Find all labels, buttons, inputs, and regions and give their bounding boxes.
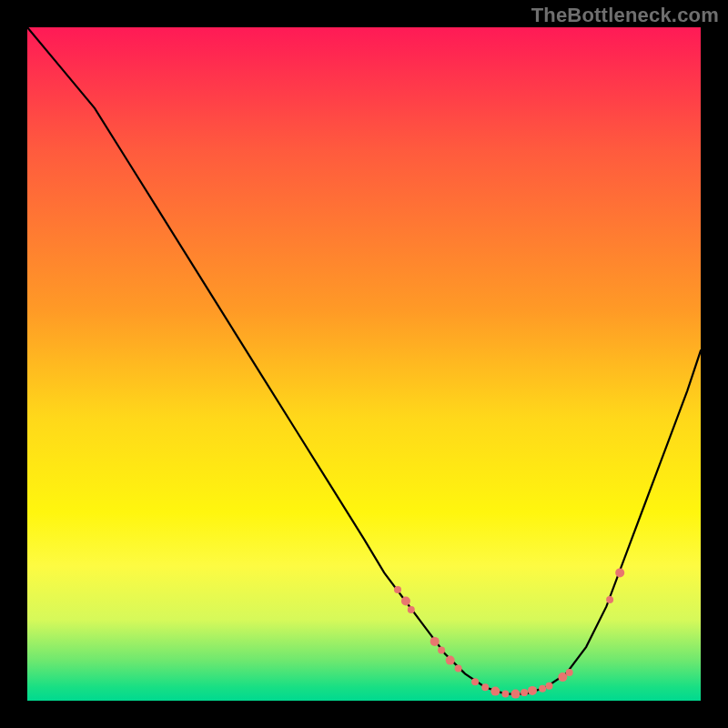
plot-area bbox=[27, 27, 701, 701]
data-marker bbox=[546, 682, 553, 690]
data-marker bbox=[394, 586, 401, 593]
data-marker bbox=[558, 672, 567, 682]
data-marker bbox=[528, 686, 537, 695]
data-marker bbox=[501, 691, 509, 698]
data-marker bbox=[471, 678, 479, 685]
data-marker bbox=[446, 656, 455, 665]
data-marker bbox=[521, 689, 528, 696]
data-marker bbox=[438, 647, 445, 654]
data-marker bbox=[455, 665, 462, 672]
bottleneck-curve bbox=[27, 27, 701, 694]
data-marker bbox=[566, 669, 573, 676]
data-marker bbox=[490, 687, 500, 696]
curve-svg bbox=[27, 27, 701, 701]
chart-frame: TheBottleneck.com bbox=[0, 0, 728, 728]
data-marker bbox=[539, 685, 546, 693]
data-marker bbox=[408, 606, 415, 613]
data-marker bbox=[615, 568, 624, 577]
data-marker bbox=[401, 597, 410, 606]
watermark-text: TheBottleneck.com bbox=[531, 4, 719, 27]
data-marker bbox=[481, 683, 489, 691]
data-marker bbox=[430, 637, 440, 646]
data-marker bbox=[511, 690, 521, 699]
data-marker bbox=[606, 596, 613, 603]
